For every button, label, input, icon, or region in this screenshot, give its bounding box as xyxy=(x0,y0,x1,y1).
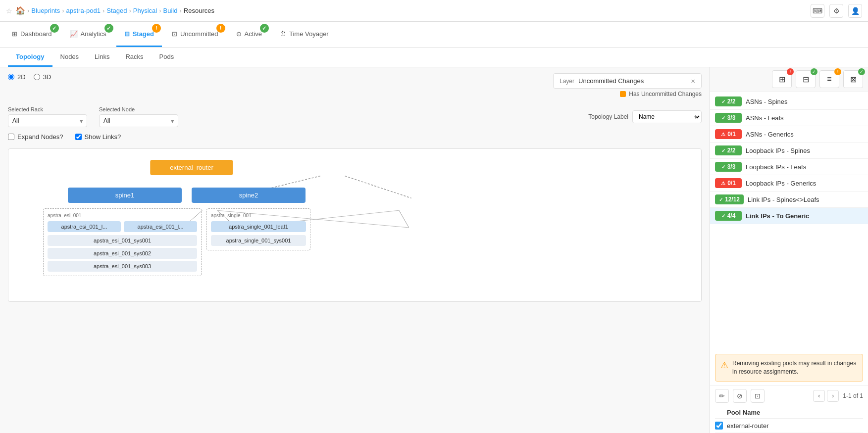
show-links-group[interactable]: Show Links? xyxy=(75,133,121,141)
rack1-sys3[interactable]: apstra_esi_001_sys003 xyxy=(48,261,197,272)
settings-icon-btn[interactable]: ⚙ xyxy=(829,4,843,18)
radio-2d[interactable]: 2D xyxy=(8,73,26,81)
node-filter: Selected Node All xyxy=(99,106,178,127)
tab-staged[interactable]: ⊟ Staged ! xyxy=(116,22,162,47)
resource-name-5: Loopback IPs - Generics xyxy=(746,180,863,187)
edit-btn[interactable]: ✏ xyxy=(715,389,729,403)
topology-label-select[interactable]: Name xyxy=(632,110,702,123)
tab-uncommitted[interactable]: ⊡ Uncommitted ! xyxy=(164,22,226,47)
tab-active[interactable]: ⊙ Active ✓ xyxy=(228,22,270,47)
show-links-label: Show Links? xyxy=(85,133,121,141)
expand-nodes-group[interactable]: Expand Nodes? xyxy=(8,133,63,141)
resource-item-1[interactable]: ✓ 3/3ASNs - Leafs xyxy=(710,110,868,126)
staged-badge: ! xyxy=(152,24,161,33)
breadcrumb-current: Resources xyxy=(184,7,214,14)
tab-time-voyager-label: Time Voyager xyxy=(289,30,329,38)
expand-nodes-label: Expand Nodes? xyxy=(17,133,63,141)
star-icon[interactable]: ☆ xyxy=(6,7,12,15)
pool-checkbox[interactable] xyxy=(715,422,723,430)
radio-3d[interactable]: 3D xyxy=(34,73,51,81)
terminal-icon-btn[interactable]: ⌨ xyxy=(811,4,824,18)
resource-name-4: Loopback IPs - Leafs xyxy=(746,163,863,171)
node-spine1[interactable]: spine1 xyxy=(68,188,182,203)
node-select[interactable]: All xyxy=(99,114,178,127)
resource-item-2[interactable]: ⚠ 0/1ASNs - Generics xyxy=(710,126,868,143)
uncommitted-icon: ⊡ xyxy=(172,30,177,38)
tab-staged-label: Staged xyxy=(133,30,154,38)
resource-item-5[interactable]: ⚠ 0/1Loopback IPs - Generics xyxy=(710,175,868,192)
staged-icon: ⊟ xyxy=(124,30,130,38)
rack-select-wrapper[interactable]: All xyxy=(8,114,87,127)
sub-tab-topology[interactable]: Topology xyxy=(8,48,52,67)
breadcrumb-physical[interactable]: Physical xyxy=(133,7,157,14)
rack1-sys1[interactable]: apstra_esi_001_sys001 xyxy=(48,235,197,246)
breadcrumb-build[interactable]: Build xyxy=(163,7,178,14)
prev-btn[interactable]: ‹ xyxy=(813,390,825,402)
expand-nodes-checkbox[interactable] xyxy=(8,134,14,140)
dashboard-icon: ⊞ xyxy=(12,30,17,38)
pager-nav: ‹ › xyxy=(813,390,839,402)
topology-canvas: external_router spine1 spine2 apstra_esi… xyxy=(8,148,702,302)
tab-time-voyager[interactable]: ⏱ Time Voyager xyxy=(272,22,337,47)
resource-item-6[interactable]: ✓ 12/12Link IPs - Spines<>Leafs xyxy=(710,192,868,208)
node-external-router[interactable]: external_router xyxy=(150,160,233,175)
uncommitted-label: Has Uncommitted Changes xyxy=(629,91,702,97)
active-badge: ✓ xyxy=(260,24,269,33)
user-icon-btn[interactable]: 👤 xyxy=(848,4,862,18)
resource-item-7[interactable]: ✓ 4/4Link IPs - To Generic xyxy=(710,208,868,224)
rack1-leaf1[interactable]: apstra_esi_001_l... xyxy=(48,221,121,232)
time-voyager-icon: ⏱ xyxy=(280,30,286,38)
warning-box: ⚠ Removing existing pools may result in … xyxy=(715,354,863,382)
node-filter-label: Selected Node xyxy=(99,106,178,112)
rack2-leaf1[interactable]: apstra_single_001_leaf1 xyxy=(211,221,306,232)
remove-btn[interactable]: ⊘ xyxy=(733,389,747,403)
pager-text: 1-1 of 1 xyxy=(843,392,863,399)
sub-tab-links[interactable]: Links xyxy=(87,48,117,67)
breadcrumb: 🏠 › Blueprints › apstra-pod1 › Staged › … xyxy=(15,6,214,15)
next-btn[interactable]: › xyxy=(827,390,839,402)
resource-badge-6: ✓ 12/12 xyxy=(715,194,744,204)
breadcrumb-staged[interactable]: Staged xyxy=(106,7,127,14)
rack-2: apstra_single_001 apstra_single_001_leaf… xyxy=(206,208,310,250)
resource-item-0[interactable]: ✓ 2/2ASNs - Spines xyxy=(710,94,868,110)
tab-analytics-label: Analytics xyxy=(81,30,106,38)
rack-select[interactable]: All xyxy=(8,114,87,127)
rack2-systems: apstra_single_001_sys001 xyxy=(211,235,306,246)
checkboxes-row: Expand Nodes? Show Links? xyxy=(8,133,702,141)
node-select-wrapper[interactable]: All xyxy=(99,114,178,127)
show-links-checkbox[interactable] xyxy=(75,134,82,140)
layer-label: Layer xyxy=(560,78,574,85)
svg-line-4 xyxy=(399,210,409,228)
filters-row: Selected Rack All Selected Node All Topo… xyxy=(8,106,702,127)
rack1-label: apstra_esi_001 xyxy=(48,213,197,218)
topology-label-select-wrapper[interactable]: Name xyxy=(632,110,702,123)
home-icon[interactable]: 🏠 xyxy=(15,6,25,15)
resource-name-2: ASNs - Generics xyxy=(746,131,863,138)
sub-tab-pods[interactable]: Pods xyxy=(152,48,182,67)
sub-tab-nodes[interactable]: Nodes xyxy=(52,48,87,67)
tab-analytics[interactable]: 📈 Analytics ✓ xyxy=(62,22,114,47)
breadcrumb-pod[interactable]: apstra-pod1 xyxy=(66,7,101,14)
tab-dashboard[interactable]: ⊞ Dashboard ✓ xyxy=(4,22,60,47)
dashboard-badge: ✓ xyxy=(50,24,59,33)
tab-uncommitted-label: Uncommitted xyxy=(180,30,218,38)
rack1-sys2[interactable]: apstra_esi_001_sys002 xyxy=(48,248,197,259)
resource-item-3[interactable]: ✓ 2/2Loopback IPs - Spines xyxy=(710,143,868,159)
rack-filter: Selected Rack All xyxy=(8,106,87,127)
rack1-leaf2[interactable]: apstra_esi_001_l... xyxy=(124,221,197,232)
sub-tab-racks[interactable]: Racks xyxy=(117,48,151,67)
left-panel: 2D 3D Layer Uncommitted Changes × xyxy=(0,67,710,433)
tab-dashboard-label: Dashboard xyxy=(20,30,52,38)
rack2-sys1[interactable]: apstra_single_001_sys001 xyxy=(211,235,306,246)
pool-table-row: external-router xyxy=(715,419,863,433)
active-icon: ⊙ xyxy=(236,30,242,38)
rack1-systems: apstra_esi_001_sys001 apstra_esi_001_sys… xyxy=(48,235,197,272)
layer-close-icon[interactable]: × xyxy=(691,77,695,85)
copy-btn[interactable]: ⊡ xyxy=(751,389,765,403)
node-spine2[interactable]: spine2 xyxy=(192,188,306,203)
rack2-leaves: apstra_single_001_leaf1 xyxy=(211,221,306,232)
resource-item-4[interactable]: ✓ 3/3Loopback IPs - Leafs xyxy=(710,159,868,175)
uncommitted-badge: ! xyxy=(216,24,225,33)
res-icon-wrap-1: ⊞ ! xyxy=(772,70,792,88)
breadcrumb-blueprints[interactable]: Blueprints xyxy=(31,7,60,14)
